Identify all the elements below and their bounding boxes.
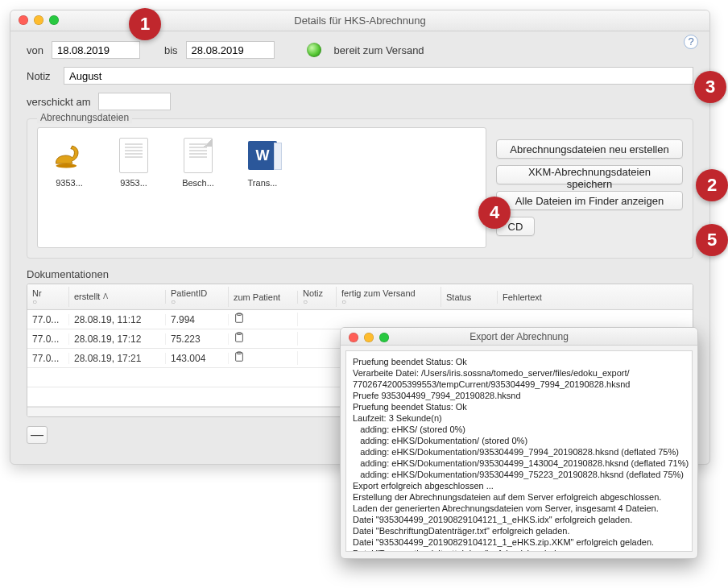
show-in-finder-button[interactable]: Alle Dateien im Finder anzeigen — [496, 191, 683, 210]
table-header: Nr○ erstelltᐱ PatientID○ zum Patient Not… — [27, 284, 693, 310]
remove-button[interactable]: — — [27, 426, 48, 444]
status-lamp-icon — [307, 43, 321, 57]
window-title: Details für HKS-Abrechnung — [10, 14, 709, 27]
genie-lamp-icon — [52, 136, 87, 175]
sort-asc-icon: ᐱ — [103, 292, 108, 300]
minimize-icon[interactable] — [364, 333, 374, 342]
col-fehlertext[interactable]: Fehlertext — [498, 291, 693, 304]
annotation-badge-2: 2 — [696, 169, 728, 201]
export-log[interactable]: Pruefung beendet Status: Ok Verarbeite D… — [345, 350, 693, 552]
document-icon — [116, 136, 151, 175]
verschickt-label: verschickt am — [27, 96, 90, 108]
clipboard-icon[interactable] — [229, 332, 298, 346]
file-item[interactable]: Besch... — [175, 136, 221, 188]
word-icon: W — [245, 136, 280, 175]
von-label: von — [27, 44, 43, 56]
notiz-label: Notiz — [27, 70, 56, 82]
annotation-badge-3: 3 — [694, 71, 726, 103]
export-window: Export der Abrechnung Pruefung beendet S… — [340, 327, 698, 559]
docs-label: Dokumentationen — [27, 268, 693, 280]
col-erstellt[interactable]: erstelltᐱ — [69, 290, 166, 304]
col-notiz[interactable]: Notiz○ — [298, 287, 337, 307]
text-document-icon — [180, 136, 216, 175]
bis-input[interactable] — [186, 41, 275, 59]
annotation-badge-4: 4 — [478, 197, 511, 229]
col-status[interactable]: Status — [441, 291, 498, 304]
clipboard-icon[interactable] — [229, 351, 298, 365]
verschickt-input[interactable] — [98, 93, 171, 110]
export-titlebar: Export der Abrechnung — [341, 328, 697, 346]
export-traffic-lights — [349, 333, 389, 342]
file-action-buttons: Abrechnungsdateien neu erstellen XKM-Abr… — [496, 127, 683, 248]
bis-label: bis — [164, 44, 178, 56]
close-icon[interactable] — [19, 15, 28, 25]
col-patientid[interactable]: PatientID○ — [166, 287, 229, 307]
notiz-input[interactable] — [64, 67, 693, 85]
file-well[interactable]: 9353... 9353... Besch... W Trans... — [37, 127, 486, 248]
svg-point-0 — [56, 164, 77, 168]
status-text: bereit zum Versand — [334, 44, 424, 56]
traffic-lights — [19, 15, 59, 25]
files-group: Abrechnungsdateien 9353... 9353... — [27, 118, 693, 259]
zoom-icon[interactable] — [379, 333, 389, 342]
clipboard-icon[interactable] — [229, 313, 298, 326]
minimize-icon[interactable] — [34, 15, 43, 25]
von-input[interactable] — [52, 41, 140, 59]
regenerate-files-button[interactable]: Abrechnungsdateien neu erstellen — [496, 139, 683, 159]
help-icon[interactable]: ? — [684, 35, 698, 49]
annotation-badge-1: 1 — [129, 8, 161, 40]
file-item[interactable]: W Trans... — [239, 136, 286, 188]
file-item[interactable]: 9353... — [110, 136, 157, 188]
zoom-icon[interactable] — [49, 15, 59, 25]
annotation-badge-5: 5 — [696, 224, 728, 256]
col-fertig[interactable]: fertig zum Versand○ — [337, 287, 441, 307]
titlebar: Details für HKS-Abrechnung — [10, 10, 709, 31]
col-nr[interactable]: Nr○ — [27, 287, 69, 307]
save-xkm-button[interactable]: XKM-Abrechnungsdateien speichern — [496, 165, 683, 184]
files-group-label: Abrechnungsdateien — [37, 112, 132, 123]
file-item[interactable]: 9353... — [46, 136, 93, 188]
export-window-title: Export der Abrechnung — [341, 331, 697, 342]
col-zumpatient[interactable]: zum Patient — [229, 291, 298, 304]
close-icon[interactable] — [349, 333, 358, 342]
